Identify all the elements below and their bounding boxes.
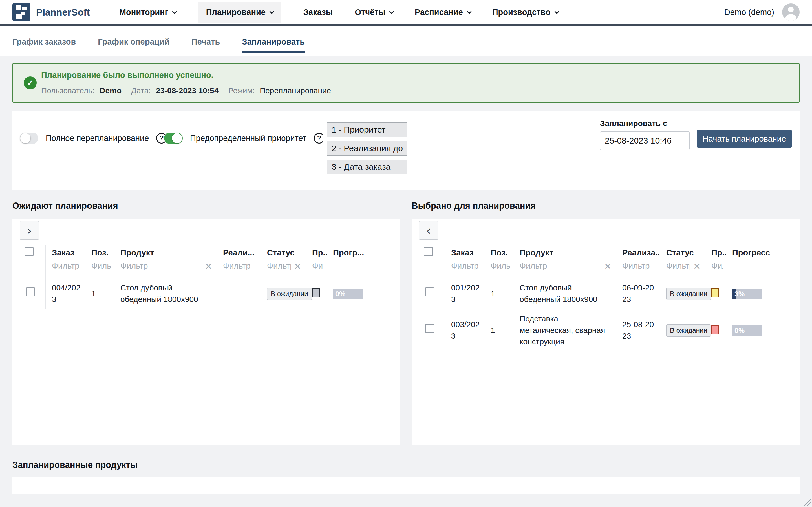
schedule-from-group: Запланировать с <box>600 119 690 150</box>
chevron-down-icon <box>172 9 177 14</box>
chevron-down-icon <box>389 9 394 14</box>
due-filter-input[interactable] <box>622 262 657 274</box>
filter-cell-order <box>46 260 85 278</box>
scheduled-products-card <box>12 477 800 494</box>
row-select-cell <box>12 278 46 309</box>
move-to-selected-button[interactable]: › <box>20 221 39 240</box>
col-header-product[interactable]: Продукт <box>513 245 616 260</box>
field-label: Дата: <box>131 86 151 95</box>
pending-filter-row: ✕ ✕ <box>12 260 400 278</box>
filter-cell-status: ✕ <box>660 260 705 278</box>
predefined-priority-toggle[interactable] <box>164 132 183 144</box>
filter-spacer <box>412 260 445 278</box>
priority-color-swatch <box>312 288 320 297</box>
tab-orders-chart[interactable]: График заказов <box>12 29 76 53</box>
product-filter-input[interactable] <box>120 262 214 274</box>
product-cell: Стол дубовый обеденный 1800x900 <box>114 278 217 309</box>
col-header-progress[interactable]: Прогр... <box>327 245 400 260</box>
pos-filter-input[interactable] <box>91 262 111 274</box>
move-to-pending-button[interactable]: ‹ <box>419 221 438 240</box>
order-filter-input[interactable] <box>451 262 481 274</box>
priority-item-2[interactable]: 2 - Реализация до <box>327 141 407 156</box>
filter-spacer <box>12 260 46 278</box>
priority-cell <box>306 284 327 303</box>
field-label: Пользователь: <box>41 86 95 95</box>
menu-item-reports[interactable]: Отчёты <box>355 8 393 17</box>
user-avatar[interactable] <box>782 3 800 21</box>
row-checkbox[interactable] <box>26 287 35 296</box>
col-header-status[interactable]: Статус <box>660 245 705 260</box>
clear-filter-icon[interactable]: ✕ <box>604 262 612 271</box>
row-checkbox[interactable] <box>425 287 434 296</box>
menu-item-production[interactable]: Производство <box>492 8 558 17</box>
progress-bar: 3% <box>732 289 762 299</box>
progress-cell: 3% <box>726 285 800 303</box>
menu-item-schedule[interactable]: Расписание <box>415 8 470 17</box>
table-row[interactable]: 004/2023 1 Стол дубовый обеденный 1800x9… <box>12 278 400 309</box>
planning-controls-card: Полное перепланирование ? Предопределенн… <box>12 111 800 190</box>
product-filter-input[interactable] <box>520 262 613 274</box>
filter-cell-progress <box>327 260 400 278</box>
col-header-priority[interactable]: Пр... <box>306 245 327 260</box>
pos-cell: 1 <box>484 322 513 339</box>
filter-cell-pos <box>85 260 114 278</box>
clear-filter-icon[interactable]: ✕ <box>294 262 301 271</box>
tab-print[interactable]: Печать <box>191 29 220 53</box>
order-filter-input[interactable] <box>52 262 82 274</box>
priority-item-3[interactable]: 3 - Дата заказа <box>327 160 407 174</box>
progress-label: 3% <box>735 290 745 298</box>
full-replanning-toggle[interactable] <box>20 132 38 144</box>
col-header-pos[interactable]: Поз. <box>484 245 513 260</box>
progress-label: 0% <box>335 290 345 298</box>
select-all-checkbox[interactable] <box>424 247 433 256</box>
col-header-order[interactable]: Заказ <box>46 245 85 260</box>
table-row[interactable]: 003/2023 1 Подставка металическая, сварн… <box>412 309 800 352</box>
chevron-down-icon <box>467 9 471 14</box>
tab-schedule[interactable]: Запланировать <box>242 29 305 53</box>
due-cell: — <box>217 284 261 303</box>
col-header-priority[interactable]: Пр... <box>705 245 726 260</box>
progress-label: 0% <box>735 327 745 335</box>
col-header-progress[interactable]: Прогресс <box>726 245 800 260</box>
due-filter-input[interactable] <box>223 262 257 274</box>
col-header-order[interactable]: Заказ <box>445 245 484 260</box>
menu-label: Заказы <box>303 8 333 17</box>
selected-table-body: 001/2023 1 Стол дубовый обеденный 1800x9… <box>412 278 800 352</box>
order-cell: 001/2023 <box>445 278 484 309</box>
status-cell: В ожидании <box>660 284 705 304</box>
filter-cell-priority <box>306 260 327 278</box>
priority-filter-input[interactable] <box>711 262 722 274</box>
menu-item-monitoring[interactable]: Мониторинг <box>119 8 176 17</box>
success-check-icon: ✓ <box>24 76 37 90</box>
col-header-status[interactable]: Статус <box>261 245 306 260</box>
field-value: 23-08-2023 10:54 <box>156 86 219 95</box>
start-planning-button[interactable]: Начать планирование <box>697 130 792 148</box>
schedule-from-label: Запланировать с <box>600 119 690 128</box>
col-header-product[interactable]: Продукт <box>114 245 217 260</box>
schedule-from-input[interactable] <box>600 131 690 150</box>
pending-table-card: › Заказ Поз. Продукт Реали... Статус Пр.… <box>12 219 400 445</box>
priority-color-swatch <box>711 288 719 297</box>
col-header-due[interactable]: Реализа... <box>616 245 660 260</box>
priority-item-1[interactable]: 1 - Приоритет <box>327 122 407 137</box>
progress-cell: 0% <box>327 285 400 303</box>
resize-grip[interactable] <box>803 498 811 506</box>
sub-tabs: График заказов График операций Печать За… <box>0 26 812 56</box>
menu-item-orders[interactable]: Заказы <box>303 8 333 17</box>
menu-label: Планирование <box>206 8 266 17</box>
clear-filter-icon[interactable]: ✕ <box>693 262 701 271</box>
filter-cell-progress <box>726 260 800 278</box>
menu-item-planning[interactable]: Планирование <box>198 2 281 22</box>
top-navbar: PlannerSoft Мониторинг Планирование Зака… <box>0 0 812 24</box>
table-row[interactable]: 001/2023 1 Стол дубовый обеденный 1800x9… <box>412 278 800 309</box>
clear-filter-icon[interactable]: ✕ <box>205 262 212 271</box>
priority-filter-input[interactable] <box>312 262 324 274</box>
row-checkbox[interactable] <box>425 324 434 333</box>
row-select-cell <box>412 309 445 352</box>
col-header-pos[interactable]: Поз. <box>85 245 114 260</box>
select-all-checkbox[interactable] <box>24 247 34 256</box>
pos-filter-input[interactable] <box>490 262 510 274</box>
tab-operations-chart[interactable]: График операций <box>98 29 169 53</box>
progress-bar: 0% <box>333 289 363 299</box>
col-header-due[interactable]: Реали... <box>217 245 261 260</box>
